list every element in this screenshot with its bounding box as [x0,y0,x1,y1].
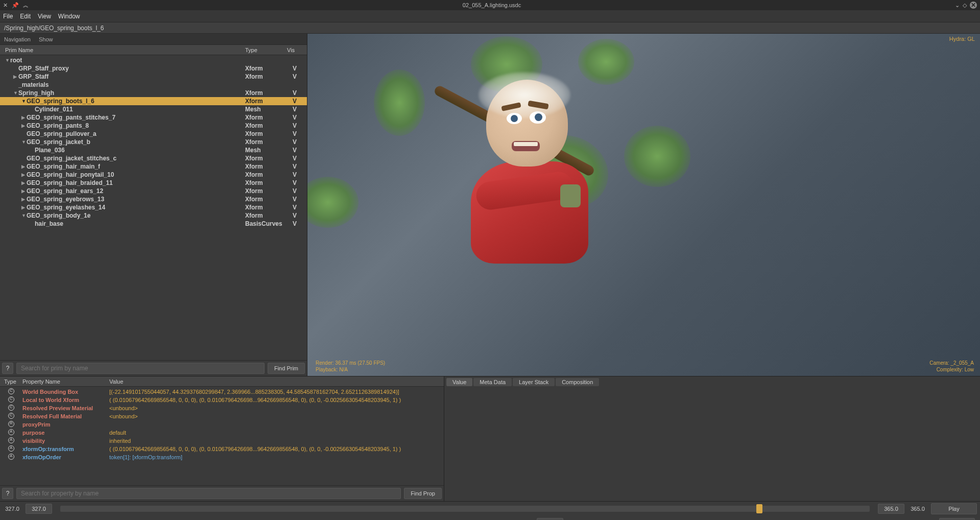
tree-item-vis[interactable]: V [287,179,302,186]
tree-item-vis[interactable]: V [287,130,302,137]
tree-item-vis[interactable]: V [287,106,302,113]
tree-arrow-icon[interactable]: ▼ [21,213,27,218]
tree-arrow-icon[interactable]: ▶ [21,123,27,128]
menu-file[interactable]: File [3,13,13,20]
tree-arrow-icon[interactable]: ▼ [5,58,10,63]
tree-item-vis[interactable]: V [287,155,302,162]
tree-row[interactable]: ▶GEO_spring_hair_ears_12XformV [0,187,307,195]
timeline-thumb[interactable] [756,504,762,513]
tree-item-vis[interactable]: V [287,171,302,178]
tree-arrow-icon[interactable]: ▶ [21,188,27,194]
property-row[interactable]: visibilityinherited [0,437,444,445]
tree-row[interactable]: ▶GEO_spring_eyelashes_14XformV [0,203,307,211]
tree-item-vis[interactable]: V [287,73,302,80]
tree-arrow-icon[interactable]: ▶ [21,205,27,210]
prop-header-value[interactable]: Value [109,379,444,385]
tree-item-vis[interactable]: V [287,204,302,211]
close-icon[interactable]: ✕ [970,2,977,9]
property-row[interactable]: World Bounding Box[(-22.149101755044057,… [0,388,444,396]
tree-row[interactable]: ▼GEO_spring_body_1eXformV [0,211,307,220]
tree-item-vis[interactable]: V [287,114,302,121]
tree-row[interactable]: ▶GEO_spring_pants_8XformV [0,122,307,130]
timeline-track[interactable] [60,506,870,512]
property-row[interactable]: proxyPrim [0,420,444,429]
prim-path[interactable]: /Spring_high/GEO_spring_boots_l_6 [0,22,980,34]
tree-row[interactable]: _materials [0,81,307,89]
tree-row[interactable]: Plane_036MeshV [0,146,307,154]
step-size-input[interactable] [537,518,563,520]
tree-item-vis[interactable]: V [287,212,302,219]
tree-header-name[interactable]: Prim Name [0,47,245,53]
tree-row[interactable]: GRP_Staff_proxyXformV [0,64,307,73]
tree-arrow-icon[interactable]: ▶ [21,180,27,185]
tab-metadata[interactable]: Meta Data [473,378,512,386]
tab-value[interactable]: Value [446,378,472,386]
viewport[interactable]: Hydra: GL Render: 36.37 ms (27.50 FPS) P… [307,34,980,376]
tree-arrow-icon[interactable]: ▶ [21,172,27,177]
menu-view[interactable]: View [38,13,51,20]
maximize-icon[interactable]: ◇ [963,2,967,9]
tree-item-vis[interactable]: V [287,196,302,203]
tree-row[interactable]: ▶GEO_spring_eyebrows_13XformV [0,195,307,203]
property-row[interactable]: xformOpOrdertoken[1]: [xformOp:transform… [0,453,444,461]
tree-item-vis[interactable]: V [287,163,302,170]
tree-item-vis[interactable]: V [287,187,302,195]
tree-item-vis[interactable]: V [287,147,302,154]
tab-composition[interactable]: Composition [556,378,599,386]
tree-item-vis[interactable]: V [287,89,302,97]
tree-item-vis[interactable]: V [287,122,302,129]
prop-search-input[interactable] [16,488,401,499]
tree-arrow-icon[interactable]: ▶ [21,164,27,169]
minimize-icon[interactable]: ⌄ [955,2,960,9]
tree-arrow-icon[interactable]: ▶ [13,74,18,79]
menu-window[interactable]: Window [58,13,80,20]
tree-row[interactable]: ▼root [0,56,307,64]
property-row[interactable]: purposedefault [0,429,444,437]
prim-search-input[interactable] [16,363,265,374]
tree-row[interactable]: GEO_spring_jacket_stitches_cXformV [0,154,307,162]
tree-item-vis[interactable]: V [287,220,302,227]
tree-row[interactable]: ▼GEO_spring_boots_l_6XformV [0,97,307,105]
nav-show[interactable]: Show [39,36,53,42]
prop-header-name[interactable]: Property Name [22,379,109,385]
tree-row[interactable]: ▶GEO_spring_hair_main_fXformV [0,162,307,171]
tree-row[interactable]: ▶GRP_StaffXformV [0,73,307,81]
tree-row[interactable]: GEO_spring_pullover_aXformV [0,130,307,138]
tree-header-type[interactable]: Type [245,47,287,53]
play-button[interactable]: Play [931,503,977,514]
tree-row[interactable]: Cylinder_011MeshV [0,105,307,113]
prop-search-help[interactable]: ? [2,488,13,499]
tree-arrow-icon[interactable]: ▼ [21,139,27,145]
pin-icon[interactable]: 📌 [12,2,19,9]
find-prim-button[interactable]: Find Prim [268,363,305,374]
prim-tree[interactable]: ▼rootGRP_Staff_proxyXformV▶GRP_StaffXfor… [0,55,307,360]
nav-navigation[interactable]: Navigation [4,36,31,42]
collapse-icon[interactable]: ︽ [23,2,29,9]
timeline-end-input[interactable] [878,504,904,514]
menu-edit[interactable]: Edit [20,13,31,20]
prop-header-type[interactable]: Type [0,379,22,385]
property-list[interactable]: World Bounding Box[(-22.149101755044057,… [0,387,444,485]
property-row[interactable]: Local to World Xform( (0.010679642669856… [0,396,444,404]
property-row[interactable]: xformOp:transform( (0.0106796426698565­4… [0,445,444,453]
tree-item-vis[interactable]: V [287,65,302,72]
find-prop-button[interactable]: Find Prop [404,488,442,499]
tree-row[interactable]: ▼GEO_spring_jacket_bXformV [0,138,307,146]
property-row[interactable]: Resolved Preview Material<unbound> [0,404,444,412]
tree-row[interactable]: ▶GEO_spring_hair_ponytail_10XformV [0,171,307,179]
tree-arrow-icon[interactable]: ▶ [21,197,27,202]
tree-row[interactable]: ▶GEO_spring_pants_stitches_7XformV [0,113,307,122]
tree-arrow-icon[interactable]: ▶ [21,115,27,120]
frame-input[interactable] [939,518,975,520]
tree-row[interactable]: ▶GEO_spring_hair_braided_11XformV [0,179,307,187]
tree-arrow-icon[interactable]: ▼ [21,99,27,104]
tree-header-vis[interactable]: Vis [287,47,302,53]
prim-search-help[interactable]: ? [2,363,13,374]
tree-row[interactable]: ▼Spring_highXformV [0,89,307,97]
tab-layerstack[interactable]: Layer Stack [513,378,555,386]
tree-item-vis[interactable]: V [287,138,302,146]
tree-arrow-icon[interactable]: ▼ [13,90,18,96]
property-row[interactable]: Resolved Full Material<unbound> [0,412,444,420]
tree-item-vis[interactable]: V [287,98,302,105]
tree-row[interactable]: hair_baseBasisCurvesV [0,220,307,228]
